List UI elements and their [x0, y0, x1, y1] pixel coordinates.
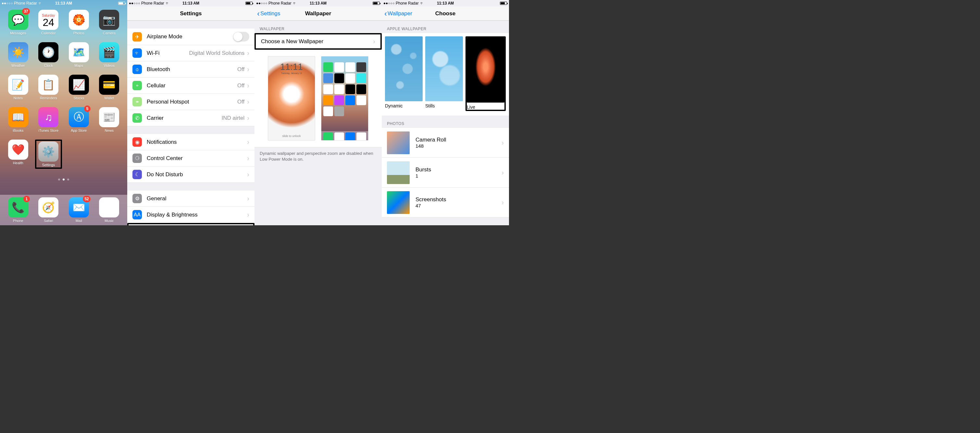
settings-row-do-not-disturb[interactable]: ☾Do Not Disturb›	[127, 167, 255, 183]
lock-screen-preview[interactable]: 11:11 Tuesday, January 19 slide to unloc…	[268, 56, 315, 140]
app-itunes-store[interactable]: ♫iTunes Store	[35, 107, 62, 132]
app-notes[interactable]: 📝Notes	[5, 75, 32, 100]
notifications-icon: ◉	[132, 137, 142, 147]
album-thumbnail	[387, 191, 410, 214]
videos-icon: 🎬	[99, 42, 119, 62]
app-label: Settings	[42, 163, 55, 167]
footer-note: Dynamic wallpaper and perspective zoom a…	[255, 147, 382, 166]
settings-row-wi-fi[interactable]: ᯤWi-FiDigital World Solutions›	[127, 45, 255, 61]
reminders-icon: 📋	[38, 75, 59, 95]
toggle-switch[interactable]	[233, 32, 249, 41]
phone-icon: 📞1	[8, 197, 28, 218]
wallpaper-type-label: Dynamic	[385, 103, 423, 108]
chevron-right-icon: ›	[247, 114, 249, 122]
chevron-right-icon: ›	[247, 138, 249, 146]
wallpaper-type-label: Stills	[425, 103, 463, 108]
control-center-icon: ⚆	[132, 154, 142, 163]
chevron-right-icon: ›	[247, 82, 249, 89]
album-row-camera-roll[interactable]: Camera Roll148›	[382, 128, 509, 158]
settings-panel: Phone Radar ᯤ 11:13 AM Settings ✈Airplan…	[127, 0, 255, 225]
app-weather[interactable]: ☀️Weather	[5, 42, 32, 67]
app-camera[interactable]: 📷Camera	[96, 10, 123, 35]
battery-icon	[373, 2, 380, 5]
back-button[interactable]: ‹Wallpaper	[384, 9, 412, 18]
page-indicator[interactable]	[0, 178, 127, 180]
app-messages[interactable]: 💬37Messages	[5, 10, 32, 35]
app-label: Camera	[103, 31, 116, 35]
row-detail: Off	[237, 66, 245, 73]
settings-row-airplane-mode[interactable]: ✈Airplane Mode	[127, 29, 255, 45]
chevron-right-icon: ›	[501, 199, 504, 206]
settings-row-general[interactable]: ⚙General›	[127, 191, 255, 207]
general-icon: ⚙	[132, 194, 142, 203]
app-maps[interactable]: 🗺️Maps	[65, 42, 92, 67]
settings-row-notifications[interactable]: ◉Notifications›	[127, 134, 255, 150]
app-reminders[interactable]: 📋Reminders	[35, 75, 62, 100]
app-news[interactable]: 📰News	[96, 107, 123, 132]
safari-icon: 🧭	[38, 197, 59, 218]
row-detail: Off	[237, 83, 245, 89]
app-label: iTunes Store	[38, 129, 59, 132]
wifi-icon: ᯤ	[165, 1, 169, 6]
settings-row-bluetooth[interactable]: ⌽BluetoothOff›	[127, 61, 255, 78]
wallpaper-type-live[interactable]: Live	[466, 37, 506, 111]
app-photos[interactable]: 🏵️Photos	[65, 10, 92, 35]
stocks-icon: 📈	[69, 75, 89, 95]
app-label: Weather	[11, 64, 25, 67]
notes-icon: 📝	[8, 75, 28, 95]
settings-row-personal-hotspot[interactable]: ⚭Personal HotspotOff›	[127, 94, 255, 110]
notification-badge: 37	[22, 8, 30, 14]
album-name: Screenshots	[415, 196, 446, 203]
settings-row-display-brightness[interactable]: AADisplay & Brightness›	[127, 207, 255, 223]
wallpaper-type-dynamic[interactable]: Dynamic	[385, 37, 423, 111]
status-bar: Phone Radar ᯤ 11:13 AM	[382, 0, 509, 6]
status-bar: Phone Radar ᯤ 11:13 AM	[255, 0, 382, 6]
chevron-right-icon: ›	[373, 38, 375, 45]
wallpaper-previews: 11:11 Tuesday, January 19 slide to unloc…	[255, 50, 382, 147]
chevron-right-icon: ›	[247, 154, 249, 162]
app-wallet[interactable]: 💳Wallet	[96, 75, 123, 100]
album-row-bursts[interactable]: Bursts1›	[382, 158, 509, 188]
app-store-icon: Ⓐ5	[69, 107, 89, 127]
app-stocks[interactable]: 📈Stocks	[65, 75, 92, 100]
settings-row-cellular[interactable]: ⚬CellularOff›	[127, 78, 255, 94]
home-screen-preview[interactable]	[321, 56, 368, 140]
app-ibooks[interactable]: 📖iBooks	[5, 107, 32, 132]
album-row-screenshots[interactable]: Screenshots47›	[382, 188, 509, 218]
notification-badge: 52	[83, 196, 90, 202]
music-icon: ♫	[99, 197, 119, 218]
app-app-store[interactable]: Ⓐ5App Store	[65, 107, 92, 132]
chevron-right-icon: ›	[501, 139, 504, 146]
wallpaper-type-thumbnail	[467, 38, 504, 103]
app-music[interactable]: ♫Music	[96, 197, 123, 225]
settings-row-carrier[interactable]: ✆CarrierIND airtel›	[127, 110, 255, 126]
row-detail: Off	[237, 99, 245, 105]
app-settings[interactable]: ⚙️Settings	[35, 140, 62, 169]
app-label: Messages	[10, 31, 26, 35]
chevron-right-icon: ›	[247, 171, 249, 178]
choose-new-wallpaper-row[interactable]: Choose a New Wallpaper ›	[255, 33, 382, 50]
album-name: Camera Roll	[415, 137, 446, 143]
settings-row-control-center[interactable]: ⚆Control Center›	[127, 150, 255, 167]
health-icon: ❤️	[8, 140, 28, 160]
app-label: iBooks	[13, 129, 23, 132]
settings-row-wallpaper[interactable]: ❀Wallpaper›	[127, 223, 255, 225]
wallpaper-type-thumbnail	[425, 37, 463, 101]
app-videos[interactable]: 🎬Videos	[96, 42, 123, 67]
app-mail[interactable]: ✉️52Mail	[65, 197, 92, 225]
app-label: Wallet	[104, 96, 114, 100]
status-time: 11:13 AM	[55, 1, 72, 6]
app-phone[interactable]: 📞1Phone	[5, 197, 32, 225]
app-calendar[interactable]: Saturday24Calendar	[35, 10, 62, 35]
app-health[interactable]: ❤️Health	[5, 140, 32, 169]
ibooks-icon: 📖	[8, 107, 28, 127]
app-label: Reminders	[40, 96, 57, 100]
wi-fi-icon: ᯤ	[132, 48, 142, 58]
wallpaper-type-stills[interactable]: Stills	[425, 37, 463, 111]
section-header: PHOTOS	[382, 116, 509, 128]
clock-icon: 🕐	[38, 42, 59, 62]
app-clock[interactable]: 🕐Clock	[35, 42, 62, 67]
app-safari[interactable]: 🧭Safari	[35, 197, 62, 225]
app-label: News	[105, 129, 114, 132]
back-button[interactable]: ‹Settings	[257, 9, 280, 18]
